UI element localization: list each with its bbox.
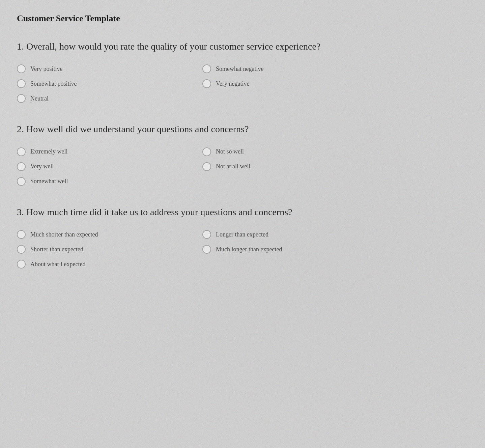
radio-much-longer-than-expected[interactable] xyxy=(202,245,211,254)
page-title: Customer Service Template xyxy=(17,13,468,24)
question-1-text: 1. Overall, how would you rate the quali… xyxy=(17,40,468,53)
radio-very-well[interactable] xyxy=(17,162,26,171)
option-somewhat-positive[interactable]: Somewhat positive xyxy=(17,79,202,88)
radio-about-what-i-expected[interactable] xyxy=(17,260,26,269)
question-3-options-grid: Much shorter than expected Shorter than … xyxy=(17,230,388,269)
question-2-text: 2. How well did we understand your quest… xyxy=(17,123,468,135)
radio-much-shorter-than-expected[interactable] xyxy=(17,230,26,239)
question-2-options-grid: Extremely well Very well Somewhat well N… xyxy=(17,147,388,186)
question-1-options-left: Very positive Somewhat positive Neutral xyxy=(17,64,202,103)
radio-not-so-well[interactable] xyxy=(202,147,211,156)
question-3-options-right: Longer than expected Much longer than ex… xyxy=(202,230,388,269)
question-3-options-left: Much shorter than expected Shorter than … xyxy=(17,230,202,269)
option-very-negative[interactable]: Very negative xyxy=(202,79,388,88)
question-1-section: 1. Overall, how would you rate the quali… xyxy=(17,40,468,103)
radio-neutral[interactable] xyxy=(17,94,26,103)
question-2-section: 2. How well did we understand your quest… xyxy=(17,123,468,186)
radio-somewhat-negative[interactable] xyxy=(202,64,211,73)
radio-not-at-all-well[interactable] xyxy=(202,162,211,171)
option-very-well[interactable]: Very well xyxy=(17,162,202,171)
option-shorter-than-expected[interactable]: Shorter than expected xyxy=(17,245,202,254)
radio-somewhat-positive[interactable] xyxy=(17,79,26,88)
question-2-options-right: Not so well Not at all well xyxy=(202,147,388,186)
option-very-positive[interactable]: Very positive xyxy=(17,64,202,73)
option-not-at-all-well[interactable]: Not at all well xyxy=(202,162,388,171)
option-much-shorter-than-expected[interactable]: Much shorter than expected xyxy=(17,230,202,239)
radio-somewhat-well[interactable] xyxy=(17,177,26,186)
question-2-options-left: Extremely well Very well Somewhat well xyxy=(17,147,202,186)
question-1-options-grid: Very positive Somewhat positive Neutral … xyxy=(17,64,388,103)
radio-very-negative[interactable] xyxy=(202,79,211,88)
question-3-section: 3. How much time did it take us to addre… xyxy=(17,206,468,269)
option-longer-than-expected[interactable]: Longer than expected xyxy=(202,230,388,239)
option-extremely-well[interactable]: Extremely well xyxy=(17,147,202,156)
radio-very-positive[interactable] xyxy=(17,64,26,73)
option-not-so-well[interactable]: Not so well xyxy=(202,147,388,156)
option-much-longer-than-expected[interactable]: Much longer than expected xyxy=(202,245,388,254)
radio-extremely-well[interactable] xyxy=(17,147,26,156)
option-somewhat-negative[interactable]: Somewhat negative xyxy=(202,64,388,73)
question-3-text: 3. How much time did it take us to addre… xyxy=(17,206,468,218)
question-1-options-right: Somewhat negative Very negative xyxy=(202,64,388,103)
option-somewhat-well[interactable]: Somewhat well xyxy=(17,177,202,186)
radio-shorter-than-expected[interactable] xyxy=(17,245,26,254)
option-about-what-i-expected[interactable]: About what I expected xyxy=(17,260,202,269)
radio-longer-than-expected[interactable] xyxy=(202,230,211,239)
option-neutral[interactable]: Neutral xyxy=(17,94,202,103)
